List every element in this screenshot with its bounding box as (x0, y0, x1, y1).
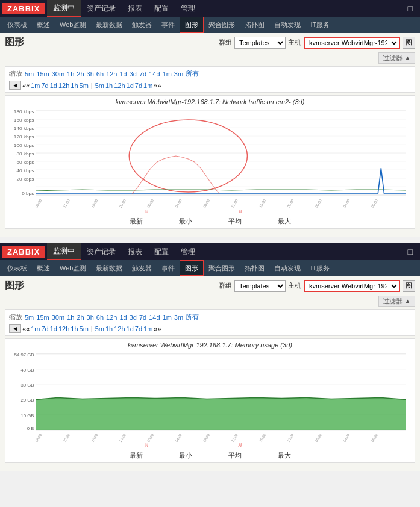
subnav2-topology[interactable]: 拓扑图 (240, 260, 269, 276)
filter-toggle-1[interactable]: 过滤器 ▲ (378, 52, 415, 64)
time2-12h-fwd[interactable]: 12h (114, 325, 125, 332)
time-7d[interactable]: 7d (41, 82, 48, 89)
panel-2: ZABBIX 监测中 资产记录 报表 配置 管理 □ 仪表板 概述 Web监测 … (0, 243, 420, 471)
subnav2-webmon[interactable]: Web监测 (55, 260, 91, 276)
time2-5m-fwd[interactable]: 5m (95, 325, 104, 332)
time2-7d[interactable]: 7d (41, 325, 48, 332)
time2-5m-nav[interactable]: 5m (80, 325, 89, 332)
time-1h-fwd[interactable]: 1h (105, 82, 113, 89)
zoom2-3d[interactable]: 3d (130, 314, 137, 321)
zoom2-12h[interactable]: 12h (106, 314, 117, 321)
nav-assets-2[interactable]: 资产记录 (81, 243, 122, 260)
subnav2-events[interactable]: 事件 (157, 260, 180, 276)
group-select-1[interactable]: Templates (234, 37, 286, 49)
time-prev-btn[interactable]: ◄ (9, 81, 21, 90)
subnav2-latest[interactable]: 最新数据 (91, 260, 127, 276)
subnav-webmon[interactable]: Web监测 (55, 17, 91, 33)
zoom2-6h[interactable]: 6h (96, 314, 104, 321)
subnav2-graphs[interactable]: 图形 (180, 260, 204, 276)
zoom-3m[interactable]: 3m (174, 70, 183, 78)
time-1h[interactable]: 1h (71, 82, 78, 89)
nav-config[interactable]: 配置 (148, 0, 175, 17)
nav-reports-2[interactable]: 报表 (122, 243, 148, 260)
subnav2-screens[interactable]: 聚合图形 (204, 260, 240, 276)
time-7d-fwd[interactable]: 7d (135, 82, 142, 89)
zoom-1m[interactable]: 1m (163, 70, 172, 78)
nav-monitoring-2[interactable]: 监测中 (47, 243, 81, 260)
time2-1d[interactable]: 1d (50, 325, 57, 332)
zoom2-3m[interactable]: 3m (174, 314, 183, 321)
zoom-14d[interactable]: 14d (149, 70, 160, 78)
time-1m-fwd[interactable]: 1m (143, 82, 152, 89)
subnav-autodiscovery[interactable]: 自动发现 (269, 17, 306, 33)
host-select-2[interactable]: kvmserver WebvirtMgr-192.168.1.7 (304, 280, 400, 292)
subnav-triggers[interactable]: 触发器 (127, 17, 157, 33)
subnav2-itservices[interactable]: IT服务 (306, 260, 334, 276)
nav-close-icon-2[interactable]: □ (403, 247, 418, 257)
zoom2-2h[interactable]: 2h (77, 314, 84, 321)
zoom-1h[interactable]: 1h (67, 70, 74, 78)
subnav-topology[interactable]: 拓扑图 (240, 17, 269, 33)
zoom-3d[interactable]: 3d (130, 70, 137, 78)
zoom2-1m[interactable]: 1m (163, 314, 172, 321)
zoom-30m[interactable]: 30m (52, 70, 64, 78)
subnav2-autodiscovery[interactable]: 自动发现 (269, 260, 306, 276)
time-5m-fwd[interactable]: 5m (95, 82, 104, 89)
graph-button-1[interactable]: 图 (403, 37, 415, 49)
nav-reports[interactable]: 报表 (122, 0, 148, 17)
time-1m[interactable]: 1m (31, 82, 40, 89)
nav-admin-2[interactable]: 管理 (175, 243, 201, 260)
zoom-all[interactable]: 所有 (186, 69, 199, 78)
subnav-screens[interactable]: 聚合图形 (204, 17, 240, 33)
zoom-12h[interactable]: 12h (106, 70, 117, 78)
time2-12h[interactable]: 12h (58, 325, 69, 332)
nav-config-2[interactable]: 配置 (148, 243, 175, 260)
nav-monitoring[interactable]: 监测中 (47, 0, 81, 17)
zoom-7d[interactable]: 7d (139, 70, 146, 78)
zoom-3h[interactable]: 3h (87, 70, 94, 78)
host-select-1[interactable]: kvmserver WebvirtMgr-192.168.1.7 (304, 37, 400, 49)
time-prev-btn-2[interactable]: ◄ (9, 324, 21, 333)
zoom-5m[interactable]: 5m (25, 70, 34, 78)
subnav-itservices[interactable]: IT服务 (306, 17, 334, 33)
time-12h-fwd[interactable]: 12h (114, 82, 125, 89)
zoom2-all[interactable]: 所有 (186, 313, 199, 322)
subnav-overview[interactable]: 概述 (32, 17, 55, 33)
subnav2-dashboard[interactable]: 仪表板 (2, 260, 32, 276)
zoom2-3h[interactable]: 3h (87, 314, 94, 321)
subnav-graphs[interactable]: 图形 (180, 17, 204, 33)
subnav2-triggers[interactable]: 触发器 (127, 260, 157, 276)
zoom2-7d[interactable]: 7d (139, 314, 146, 321)
time2-1m[interactable]: 1m (31, 325, 40, 332)
zoom2-1h[interactable]: 1h (67, 314, 74, 321)
subnav-events[interactable]: 事件 (157, 17, 180, 33)
time-12h[interactable]: 12h (58, 82, 69, 89)
time-1d-fwd[interactable]: 1d (127, 82, 134, 89)
zoom2-15m[interactable]: 15m (36, 314, 49, 321)
time2-7d-fwd[interactable]: 7d (135, 325, 142, 332)
zoom2-14d[interactable]: 14d (149, 314, 160, 321)
graph-button-2[interactable]: 图 (403, 280, 415, 292)
group-select-2[interactable]: Templates (234, 280, 286, 292)
zoom-6h[interactable]: 6h (96, 70, 104, 78)
zoom2-1d[interactable]: 1d (119, 314, 127, 321)
time2-1d-fwd[interactable]: 1d (127, 325, 134, 332)
subnav-dashboard[interactable]: 仪表板 (2, 17, 32, 33)
page-content-1: 图形 群组 Templates 主机 kvmserver WebvirtMgr-… (0, 33, 420, 237)
time2-1h[interactable]: 1h (71, 325, 78, 332)
subnav-latest[interactable]: 最新数据 (91, 17, 127, 33)
nav-admin[interactable]: 管理 (175, 0, 201, 17)
filter-toggle-2[interactable]: 过滤器 ▲ (378, 296, 415, 307)
nav-assets[interactable]: 资产记录 (81, 0, 122, 17)
subnav2-overview[interactable]: 概述 (32, 260, 55, 276)
time-1d[interactable]: 1d (50, 82, 57, 89)
zoom-1d[interactable]: 1d (119, 70, 127, 78)
time-5m-nav[interactable]: 5m (80, 82, 89, 89)
nav-close-icon[interactable]: □ (403, 4, 418, 13)
time2-1m-fwd[interactable]: 1m (143, 325, 152, 332)
zoom-15m[interactable]: 15m (36, 70, 49, 78)
zoom2-5m[interactable]: 5m (25, 314, 34, 321)
zoom-2h[interactable]: 2h (77, 70, 84, 78)
zoom2-30m[interactable]: 30m (52, 314, 64, 321)
time2-1h-fwd[interactable]: 1h (105, 325, 113, 332)
